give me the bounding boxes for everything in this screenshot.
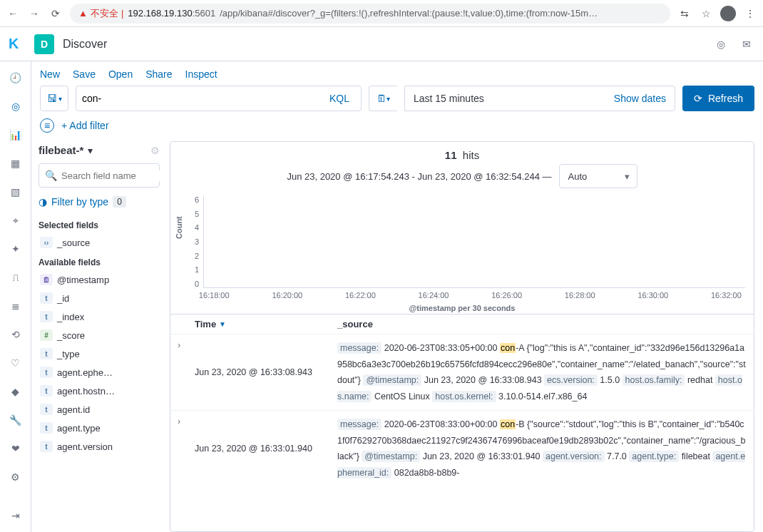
interval-select[interactable]: Auto [559, 164, 637, 188]
field-item[interactable]: tagent.id [39, 400, 160, 419]
field-item[interactable]: t_id [39, 289, 160, 307]
nav-visualize-icon[interactable]: 📊 [8, 127, 24, 143]
more-icon[interactable]: ⋮ [743, 6, 757, 21]
query-input[interactable] [82, 93, 324, 104]
col-time[interactable]: Time ▼ [195, 319, 337, 329]
col-source[interactable]: _source [337, 319, 747, 329]
filter-menu-icon[interactable]: ≡ [40, 118, 54, 133]
nav-devtools-icon[interactable]: 🔧 [8, 412, 24, 428]
field-item[interactable]: ‹›_source [39, 233, 160, 252]
nav-canvas-icon[interactable]: ▧ [8, 184, 24, 200]
interval-label: Auto [568, 171, 588, 182]
forward-icon[interactable]: → [27, 6, 41, 21]
expand-caret-icon[interactable]: › [178, 416, 195, 481]
filter-type-count: 0 [113, 196, 126, 208]
field-item[interactable]: #_score [39, 326, 160, 344]
chevron-down-icon: ▾ [88, 145, 93, 156]
url-bar[interactable]: ▲ 不安全 | 192.168.19.130:5601 /app/kibana#… [70, 4, 670, 24]
nav-siem-icon[interactable]: ◆ [8, 384, 24, 399]
field-item[interactable]: tagent.hostn… [39, 382, 160, 400]
field-key: message: [337, 419, 382, 430]
kibana-logo-icon[interactable]: K [9, 36, 26, 52]
nav-stack-icon[interactable]: ❤ [8, 441, 24, 456]
nav-mgmt-icon[interactable]: ⚙ [8, 469, 24, 485]
chevron-down-icon: ▾ [386, 95, 390, 103]
app-bar: K D Discover ◎ ✉ [0, 27, 763, 61]
field-search[interactable]: 🔍 [39, 163, 160, 188]
y-axis-label: Count [175, 216, 183, 239]
action-save[interactable]: Save [73, 68, 96, 80]
gear-icon[interactable]: ⚙ [150, 145, 160, 156]
reload-icon[interactable]: ⟳ [48, 6, 63, 21]
browser-bar: ← → ⟳ ▲ 不安全 | 192.168.19.130:5601 /app/k… [0, 0, 763, 27]
field-key: @timestamp: [362, 451, 420, 462]
filter-by-type-label: Filter by type [51, 196, 108, 208]
field-item[interactable]: 🗓@timestamp [39, 270, 160, 289]
nav-recent-icon[interactable]: 🕘 [8, 70, 24, 86]
mail-icon[interactable]: ✉ [739, 36, 754, 52]
field-item[interactable]: tagent.version [39, 437, 160, 456]
back-icon[interactable]: ← [6, 6, 20, 21]
field-type-icon: t [40, 348, 53, 359]
field-type-icon: ‹› [40, 237, 53, 248]
time-range-text: Jun 23, 2020 @ 16:17:54.243 - Jun 23, 20… [287, 171, 551, 182]
table-row[interactable]: ›Jun 23, 2020 @ 16:33:01.940message: 202… [170, 410, 754, 486]
action-share[interactable]: Share [145, 68, 172, 80]
action-new[interactable]: New [40, 68, 60, 80]
expand-caret-icon[interactable]: › [178, 340, 195, 404]
star-icon[interactable]: ☆ [699, 6, 713, 21]
nav-collapse-icon[interactable]: ⇥ [8, 508, 24, 523]
field-name: agent.id [57, 404, 90, 415]
field-name: _type [57, 349, 80, 359]
url-host: 192.168.19.130:5601 [128, 8, 215, 19]
feedback-icon[interactable]: ◎ [713, 36, 729, 52]
nav-uptime-icon[interactable]: ♡ [8, 355, 24, 371]
search-icon: 🔍 [45, 170, 57, 181]
cell-source: message: 2020-06-23T08:33:00+00:00 con-B… [337, 416, 747, 481]
index-pattern-name: filebeat-* [39, 144, 83, 156]
sort-desc-icon: ▼ [219, 320, 226, 328]
field-type-icon: t [40, 422, 53, 434]
show-dates-link[interactable]: Show dates [614, 93, 666, 104]
filter-by-type[interactable]: ◑ Filter by type 0 [39, 193, 160, 215]
field-key: agent.type: [629, 451, 679, 462]
field-search-input[interactable] [61, 170, 167, 181]
field-name: _source [57, 237, 90, 248]
index-pattern-selector[interactable]: filebeat-* ▾ ⚙ [39, 141, 160, 163]
translate-icon[interactable]: ⇆ [677, 6, 692, 21]
action-inspect[interactable]: Inspect [185, 68, 217, 80]
field-item[interactable]: tagent.type [39, 419, 160, 437]
hits-summary: 11 hits [170, 142, 754, 164]
table-row[interactable]: ›Jun 23, 2020 @ 16:33:08.943message: 202… [170, 334, 754, 410]
refresh-button[interactable]: ⟳ Refresh [682, 86, 754, 111]
nav-maps-icon[interactable]: ⌖ [8, 213, 24, 228]
nav-metrics-icon[interactable]: ⎍ [8, 270, 24, 285]
calendar-button[interactable]: 🗓 ▾ [369, 86, 397, 111]
nav-dashboard-icon[interactable]: ▦ [8, 155, 24, 171]
hits-label: hits [463, 149, 479, 161]
time-range-label: Last 15 minutes [414, 93, 484, 104]
field-item[interactable]: tagent.ephe… [39, 363, 160, 382]
hits-count: 11 [445, 149, 457, 161]
nav-discover-icon[interactable]: ◎ [8, 98, 24, 114]
histogram-chart[interactable]: Count 6543210 16:18:0016:20:0016:22:0016… [170, 193, 754, 314]
query-input-wrap[interactable]: KQL [76, 86, 362, 111]
nav-logs-icon[interactable]: ≣ [8, 298, 24, 314]
filter-icon: ◑ [39, 196, 47, 208]
field-item[interactable]: t_type [39, 344, 160, 363]
highlight: con [500, 419, 516, 429]
nav-ml-icon[interactable]: ✦ [8, 241, 24, 257]
url-path: /app/kibana#/discover?_g=(filters:!(),re… [220, 8, 598, 19]
saved-query-button[interactable]: 🖫 ▾ [40, 86, 68, 111]
field-item[interactable]: t_index [39, 307, 160, 326]
space-badge[interactable]: D [34, 34, 54, 54]
time-range[interactable]: Last 15 minutes Show dates [404, 86, 675, 111]
nav-apm-icon[interactable]: ⟲ [8, 327, 24, 342]
profile-avatar[interactable] [720, 6, 736, 21]
field-name: @timestamp [57, 275, 109, 285]
add-filter-link[interactable]: + Add filter [61, 120, 109, 131]
cell-time: Jun 23, 2020 @ 16:33:01.940 [195, 416, 337, 481]
action-open[interactable]: Open [108, 68, 133, 80]
query-language[interactable]: KQL [324, 93, 355, 104]
chevron-down-icon: ▾ [58, 95, 62, 103]
